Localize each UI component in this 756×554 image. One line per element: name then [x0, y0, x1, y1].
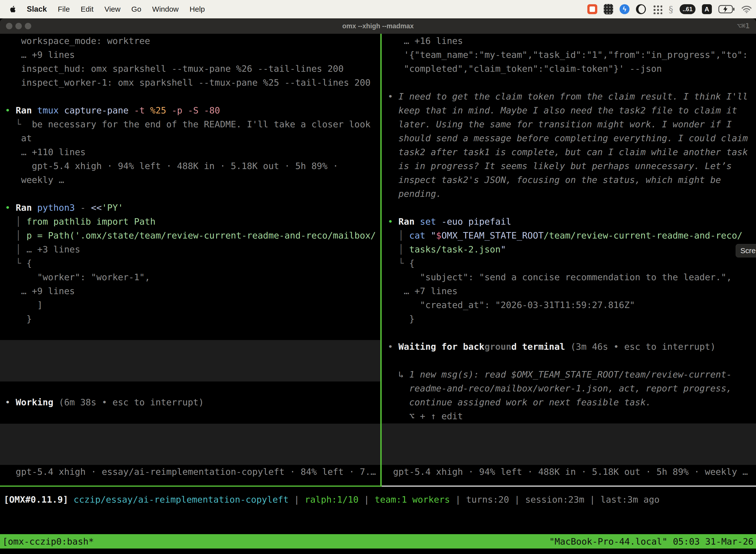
menu-item-view[interactable]: View [105, 5, 120, 13]
menubar-status-icons: ϟ § ..61 A [581, 0, 752, 18]
pane-border-inactive [382, 486, 756, 487]
tmux-status-bar: [omx-cczip0:bash* "MacBook-Pro-44.local"… [0, 534, 756, 549]
terminal-line: • Working (6m 38s • esc to interrupt) [0, 395, 380, 409]
tmux-host-clock: "MacBook-Pro-44.local" 05:03 31-Mar-26 [549, 536, 756, 547]
pane-right: … +16 lines '{"team_name":"my-team","tas… [382, 34, 756, 486]
battery-icon[interactable] [718, 5, 735, 13]
messenger-icon[interactable]: ϟ [620, 4, 630, 14]
apple-icon [10, 5, 16, 13]
terminal-line: • I need to get the claim token from the… [382, 90, 756, 104]
terminal-line: └ be necessary for the end of the README… [0, 117, 380, 131]
terminal-line: │ … +3 lines [0, 242, 380, 257]
apple-menu[interactable] [10, 5, 16, 13]
working-status: • Working (6m 38s • esc to interrupt) [0, 395, 380, 409]
terminal-line: inspect_worker-1: omx sparkshell --tmux-… [0, 76, 380, 90]
terminal-line [382, 76, 756, 90]
terminal-line [382, 354, 756, 368]
menu-item-go[interactable]: Go [131, 5, 141, 13]
terminal-line: │ cat "$OMX_TEAM_STATE_ROOT/team/review-… [382, 229, 756, 242]
pane-left: workspace_mode: worktree … +9 lines insp… [0, 34, 380, 486]
terminal-line: ↳ 1 new msg(s): read $OMX_TEAM_STATE_ROO… [382, 368, 756, 382]
terminal-line: … +9 lines [0, 284, 380, 298]
terminal-line: gpt-5.4 xhigh · 94% left · 488K in · 5.1… [0, 159, 380, 173]
terminal-line: ⌥ + ↑ edit [382, 409, 756, 423]
session-status-right: gpt-5.4 xhigh · 94% left · 488K in · 5.1… [382, 465, 756, 479]
window-title: omx --xhigh --madmax [0, 18, 756, 34]
terminal-line: at [0, 131, 380, 145]
prompt-input-left[interactable]: › Improve documentation in @filename [0, 424, 380, 465]
apps-grid-icon[interactable] [652, 4, 662, 14]
terminal-line: task2 after task1 is complete, but can I… [382, 145, 756, 159]
pane-right-scrollback: … +16 lines '{"team_name":"my-team","tas… [382, 34, 756, 423]
terminal-line: ] [0, 298, 380, 312]
terminal-line: keep that in mind. Maybe I also need the… [382, 104, 756, 117]
terminal-line: … +16 lines [382, 34, 756, 48]
window-titlebar: omx --xhigh --madmax ⌥⌘1 [0, 18, 756, 34]
terminal-line: "subject": "send a concise recommendatio… [382, 270, 756, 284]
session-status-left: gpt-5.4 xhigh · essay/ai-reimplementatio… [0, 465, 380, 479]
terminal-line: … +9 lines [0, 48, 380, 62]
terminal-line: • Ran python3 - <<'PY' [0, 201, 380, 215]
window-shortcut: ⌥⌘1 [737, 18, 750, 34]
terminal-line: "created_at": "2026-03-31T11:59:27.816Z" [382, 298, 756, 312]
terminal-line: weekly … [0, 173, 380, 187]
terminal-line: workspace_mode: worktree [0, 34, 380, 48]
wifi-icon[interactable] [741, 5, 752, 13]
terminal-line: [OMX#0.11.9] cczip/essay/ai-reimplementa… [0, 493, 756, 507]
terminal: workspace_mode: worktree … +9 lines insp… [0, 34, 756, 534]
terminal-line: inspect_hud: omx sparkshell --tmux-pane … [0, 62, 380, 76]
terminal-line: │ p = Path('.omx/state/team/review-curre… [0, 229, 380, 242]
terminal-line: … +7 lines [382, 284, 756, 298]
terminal-line: "worker": "worker-1", [0, 270, 380, 284]
terminal-line: continue assigned work or next feasible … [382, 395, 756, 409]
terminal-line: inspect task2's JSON, focusing on the st… [382, 173, 756, 187]
chat-badge-icon[interactable] [587, 4, 597, 14]
pane-left-scrollback: workspace_mode: worktree … +9 lines insp… [0, 34, 380, 326]
terminal-line [0, 90, 380, 104]
terminal-line: } [0, 312, 380, 326]
menu-app-name[interactable]: Slack [27, 5, 47, 14]
screen-tooltip: Scre [736, 244, 756, 258]
terminal-line: • Ran tmux capture-pane -t %25 -p -S -80 [0, 104, 380, 117]
menu-item-file[interactable]: File [58, 5, 70, 13]
terminal-line [382, 201, 756, 215]
input-source-icon[interactable]: A [702, 4, 712, 14]
tooltip-label: Scre [740, 246, 756, 255]
menu-item-window[interactable]: Window [152, 5, 179, 13]
terminal-line: └ { [0, 257, 380, 270]
prompt-input-right[interactable]: › Explain this codebase [382, 424, 756, 465]
terminal-line [382, 326, 756, 340]
terminal-line: later. Using the same for transition mig… [382, 117, 756, 131]
menu-item-edit[interactable]: Edit [81, 5, 93, 13]
hook-icon[interactable]: § [669, 4, 673, 14]
desktop: { "menu_bar": { "app_name": "Slack", "it… [0, 0, 756, 554]
terminal-line: readme-and-reco/mailbox/worker-1.json, a… [382, 382, 756, 395]
menu-bar: Slack File Edit View Go Window Help ϟ § … [0, 0, 756, 18]
terminal-line: '{"team_name":"my-team","task_id":"1","f… [382, 48, 756, 62]
terminal-line: │ tasks/task-2.json" [382, 242, 756, 257]
terminal-line [0, 187, 380, 201]
terminal-line: └ { [382, 257, 756, 270]
terminal-line: "completed","claim_token":"claim-token"}… [382, 62, 756, 76]
terminal-line: is in progress? It seems likely but perh… [382, 159, 756, 173]
terminal-line: • Waiting for background terminal (3m 46… [382, 340, 756, 354]
terminal-line: … +110 lines [0, 145, 380, 159]
terminal-line: pending. [382, 187, 756, 201]
tmux-session-window[interactable]: [omx-cczip0:bash* [0, 536, 94, 547]
terminal-line: │ from pathlib import Path [0, 215, 380, 229]
terminal-line: • Ran set -euo pipefail [382, 215, 756, 229]
count-badge-icon[interactable]: ..61 [680, 4, 695, 14]
dark-mode-icon[interactable] [636, 4, 646, 14]
omx-status-line: [OMX#0.11.9] cczip/essay/ai-reimplementa… [0, 493, 756, 507]
menu-item-help[interactable]: Help [189, 5, 205, 13]
terminal-line: should send a message before completing … [382, 131, 756, 145]
pane-border-active [0, 486, 382, 487]
grid-shield-icon[interactable] [604, 4, 613, 14]
inject-banner: › Ralph loop active continue [OMX_TMUX_I… [0, 340, 380, 382]
terminal-line: } [382, 312, 756, 326]
